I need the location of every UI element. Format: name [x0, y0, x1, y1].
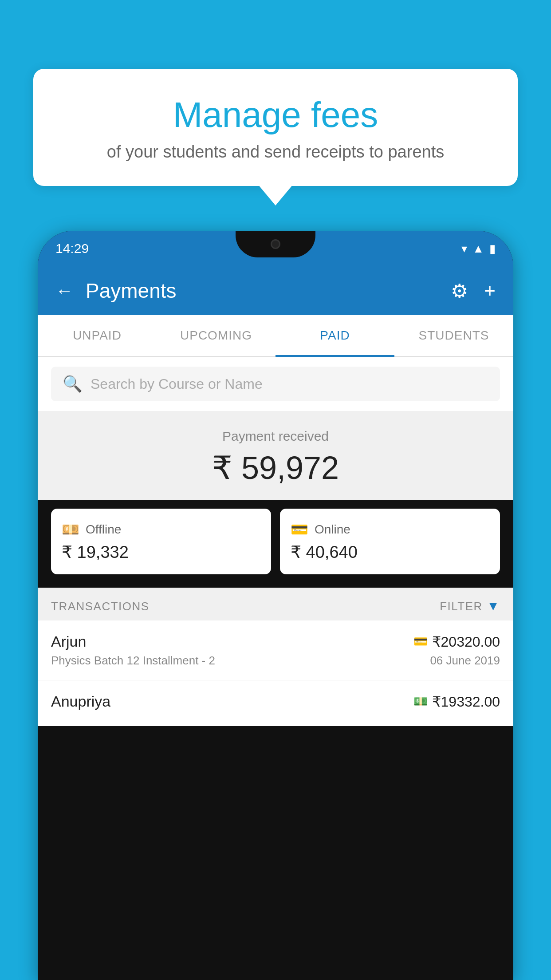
- transactions-header: TRANSACTIONS FILTER ▼: [38, 588, 513, 620]
- online-card-header: 💳 Online: [291, 521, 489, 538]
- battery-icon: ▮: [489, 242, 496, 256]
- tab-unpaid[interactable]: UNPAID: [38, 315, 157, 356]
- search-input-wrapper[interactable]: 🔍 Search by Course or Name: [51, 367, 500, 401]
- notch: [236, 231, 315, 257]
- payment-total-amount: ₹ 59,972: [51, 449, 500, 486]
- offline-label: Offline: [86, 522, 121, 537]
- online-icon: 💳: [291, 521, 308, 538]
- transaction-list: Arjun 💳 ₹20320.00 Physics Batch 12 Insta…: [38, 620, 513, 726]
- offline-icon: 💴: [62, 521, 79, 538]
- back-button[interactable]: ←: [55, 282, 73, 300]
- transaction-top: Anupriya 💵 ₹19332.00: [51, 693, 500, 710]
- tab-paid[interactable]: PAID: [276, 315, 394, 356]
- camera: [271, 239, 280, 249]
- online-label: Online: [315, 522, 350, 537]
- page-title: Payments: [86, 279, 177, 303]
- payment-label: Payment received: [51, 429, 500, 444]
- search-icon: 🔍: [63, 375, 83, 393]
- transaction-row[interactable]: Anupriya 💵 ₹19332.00: [38, 680, 513, 726]
- add-button[interactable]: +: [484, 280, 496, 302]
- transaction-amount: ₹19332.00: [432, 693, 500, 710]
- transaction-name: Anupriya: [51, 693, 110, 710]
- payment-cards: 💴 Offline ₹ 19,332 💳 Online ₹ 40,640: [38, 500, 513, 588]
- transaction-name: Arjun: [51, 633, 86, 650]
- transaction-amount: ₹20320.00: [432, 633, 500, 650]
- payment-summary: Payment received ₹ 59,972: [38, 411, 513, 500]
- settings-icon[interactable]: ⚙: [451, 280, 468, 302]
- transaction-amount-wrapper: 💳 ₹20320.00: [413, 633, 500, 650]
- offline-card-header: 💴 Offline: [62, 521, 260, 538]
- payment-method-icon: 💵: [413, 695, 428, 708]
- filter-label: FILTER: [440, 600, 483, 613]
- app-header: ← Payments ⚙ +: [38, 266, 513, 315]
- online-payment-card: 💳 Online ₹ 40,640: [280, 509, 500, 574]
- transactions-label: TRANSACTIONS: [51, 600, 150, 613]
- online-amount: ₹ 40,640: [291, 542, 489, 562]
- phone-frame: 14:29 ▾ ▲ ▮ ← Payments ⚙ + UNPAID UPCOMI…: [38, 231, 513, 980]
- header-left: ← Payments: [55, 279, 177, 303]
- search-input[interactable]: Search by Course or Name: [91, 376, 263, 392]
- search-bar: 🔍 Search by Course or Name: [38, 357, 513, 411]
- wifi-icon: ▾: [461, 242, 467, 256]
- tab-students[interactable]: STUDENTS: [394, 315, 513, 356]
- bubble-title: Manage fees: [55, 95, 496, 134]
- tab-bar: UNPAID UPCOMING PAID STUDENTS: [38, 315, 513, 357]
- filter-icon: ▼: [487, 599, 500, 613]
- bubble-subtitle: of your students and send receipts to pa…: [55, 142, 496, 162]
- filter-button[interactable]: FILTER ▼: [440, 599, 500, 613]
- status-time: 14:29: [55, 241, 89, 256]
- signal-icon: ▲: [472, 242, 484, 256]
- transaction-date: 06 June 2019: [430, 654, 500, 668]
- offline-payment-card: 💴 Offline ₹ 19,332: [51, 509, 271, 574]
- status-icons: ▾ ▲ ▮: [461, 242, 496, 256]
- transaction-row[interactable]: Arjun 💳 ₹20320.00 Physics Batch 12 Insta…: [38, 620, 513, 680]
- tab-upcoming[interactable]: UPCOMING: [157, 315, 276, 356]
- transaction-top: Arjun 💳 ₹20320.00: [51, 633, 500, 650]
- transaction-detail: Physics Batch 12 Installment - 2: [51, 654, 215, 668]
- header-right: ⚙ +: [451, 280, 496, 302]
- payment-method-icon: 💳: [413, 635, 428, 648]
- transaction-amount-wrapper: 💵 ₹19332.00: [413, 693, 500, 710]
- offline-amount: ₹ 19,332: [62, 542, 260, 562]
- transaction-bottom: Physics Batch 12 Installment - 2 06 June…: [51, 654, 500, 668]
- status-bar: 14:29 ▾ ▲ ▮: [38, 231, 513, 266]
- promo-bubble: Manage fees of your students and send re…: [33, 69, 518, 186]
